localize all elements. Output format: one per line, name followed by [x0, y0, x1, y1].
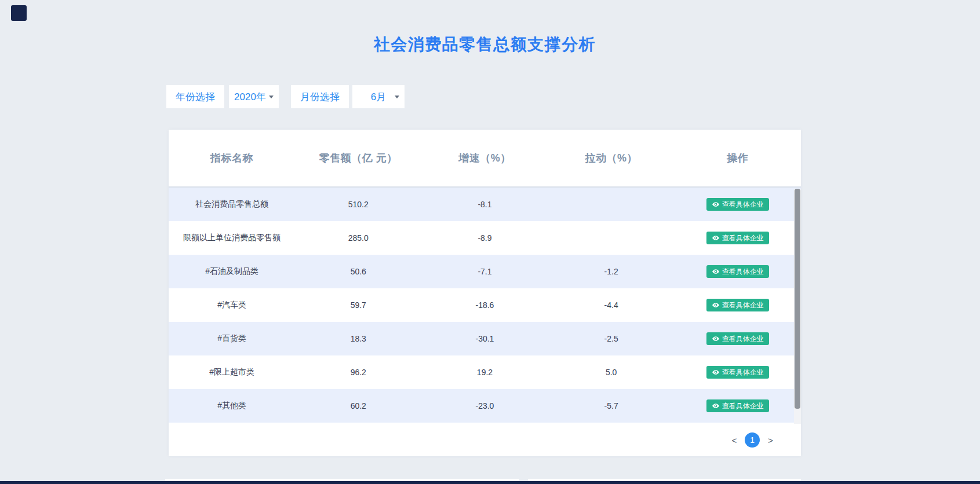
table-row: #石油及制品类 50.6 -7.1 -1.2 查看具体企业 — [169, 255, 801, 288]
view-company-button[interactable]: 查看具体企业 — [706, 399, 769, 412]
year-select-value: 2020年 — [234, 90, 266, 104]
table-header-row: 指标名称 零售额（亿 元） 增速（%） 拉动（%） 操作 — [169, 130, 801, 188]
table-row: #百货类 18.3 -30.1 -2.5 查看具体企业 — [169, 322, 801, 355]
cell-retail: 285.0 — [295, 233, 421, 243]
month-filter-label: 月份选择 — [291, 85, 349, 108]
cell-retail: 60.2 — [295, 401, 421, 410]
prev-page-button[interactable]: < — [731, 435, 737, 445]
cell-pull: -4.4 — [548, 300, 675, 310]
table-footer: < 1 > — [169, 424, 801, 456]
eye-icon — [712, 301, 720, 309]
view-company-button[interactable]: 查看具体企业 — [706, 265, 769, 278]
column-header-retail: 零售额（亿 元） — [295, 151, 421, 165]
cell-retail: 59.7 — [295, 300, 421, 310]
cell-action: 查看具体企业 — [675, 366, 801, 379]
cell-retail: 18.3 — [295, 334, 421, 343]
cell-indicator: #汽车类 — [169, 300, 295, 310]
cell-growth: -23.0 — [421, 401, 548, 410]
cell-retail: 510.2 — [295, 200, 421, 209]
data-table-card: 指标名称 零售额（亿 元） 增速（%） 拉动（%） 操作 社会消费品零售总额 5… — [169, 130, 801, 456]
cell-growth: -30.1 — [421, 334, 548, 343]
table-row: 限额以上单位消费品零售额 285.0 -8.9 查看具体企业 — [169, 221, 801, 255]
next-page-button[interactable]: > — [768, 435, 773, 445]
column-header-indicator: 指标名称 — [169, 151, 295, 165]
table-scrollbar[interactable] — [794, 189, 801, 424]
eye-icon — [712, 267, 720, 276]
page-title: 社会消费品零售总额支撑分析 — [169, 34, 801, 56]
year-filter-label: 年份选择 — [166, 85, 224, 108]
cell-indicator: #百货类 — [169, 333, 295, 344]
table-row: #汽车类 59.7 -18.6 -4.4 查看具体企业 — [169, 288, 801, 322]
cell-action: 查看具体企业 — [675, 232, 801, 244]
table-row: 社会消费品零售总额 510.2 -8.1 查看具体企业 — [169, 188, 801, 221]
view-company-button-label: 查看具体企业 — [722, 234, 764, 241]
cell-indicator: 限额以上单位消费品零售额 — [169, 233, 295, 243]
chevron-down-icon — [395, 96, 399, 98]
view-company-button[interactable]: 查看具体企业 — [706, 198, 769, 211]
top-left-corner-decoration — [11, 5, 27, 21]
eye-icon — [712, 368, 720, 376]
eye-icon — [712, 402, 720, 410]
column-header-growth: 增速（%） — [421, 151, 548, 165]
column-header-action: 操作 — [675, 151, 801, 165]
view-company-button-label: 查看具体企业 — [722, 268, 764, 275]
cell-indicator: 社会消费品零售总额 — [169, 199, 295, 210]
cell-growth: -8.9 — [421, 233, 548, 243]
view-company-button[interactable]: 查看具体企业 — [706, 299, 769, 311]
cell-pull: -1.2 — [548, 267, 675, 276]
view-company-button-label: 查看具体企业 — [722, 369, 764, 376]
eye-icon — [712, 234, 720, 242]
current-page-button[interactable]: 1 — [745, 432, 760, 448]
view-company-button[interactable]: 查看具体企业 — [706, 232, 769, 244]
table-body: 社会消费品零售总额 510.2 -8.1 查看具体企业 限额以上单位消费品零售额… — [169, 188, 801, 423]
month-select[interactable]: 6月 — [352, 85, 405, 108]
cell-pull: 5.0 — [548, 368, 675, 377]
cell-action: 查看具体企业 — [675, 198, 801, 211]
cell-action: 查看具体企业 — [675, 299, 801, 311]
view-company-button-label: 查看具体企业 — [722, 302, 764, 309]
cell-growth: -8.1 — [421, 200, 548, 209]
cell-pull: -2.5 — [548, 334, 675, 343]
table-row: #其他类 60.2 -23.0 -5.7 查看具体企业 — [169, 389, 801, 423]
pagination: < 1 > — [731, 432, 773, 448]
view-company-button-label: 查看具体企业 — [722, 201, 764, 208]
year-select[interactable]: 2020年 — [229, 85, 279, 108]
view-company-button-label: 查看具体企业 — [722, 402, 764, 409]
view-company-button-label: 查看具体企业 — [722, 335, 764, 342]
month-select-value: 6月 — [371, 90, 386, 104]
cell-action: 查看具体企业 — [675, 265, 801, 278]
cell-retail: 50.6 — [295, 267, 421, 276]
cell-growth: 19.2 — [421, 368, 548, 377]
cell-indicator: #其他类 — [169, 401, 295, 411]
scrollbar-thumb[interactable] — [795, 189, 800, 409]
table-row: #限上超市类 96.2 19.2 5.0 查看具体企业 — [169, 355, 801, 389]
view-company-button[interactable]: 查看具体企业 — [706, 332, 769, 345]
cell-growth: -7.1 — [421, 267, 548, 276]
cell-growth: -18.6 — [421, 300, 548, 310]
cell-indicator: #限上超市类 — [169, 367, 295, 377]
eye-icon — [712, 200, 720, 208]
cell-action: 查看具体企业 — [675, 399, 801, 412]
view-company-button[interactable]: 查看具体企业 — [706, 366, 769, 379]
eye-icon — [712, 335, 720, 343]
chevron-down-icon — [269, 96, 274, 98]
cell-action: 查看具体企业 — [675, 332, 801, 345]
cell-retail: 96.2 — [295, 368, 421, 377]
cell-pull: -5.7 — [548, 401, 675, 410]
cell-indicator: #石油及制品类 — [169, 266, 295, 277]
bottom-edge-bar — [0, 481, 980, 484]
column-header-pull: 拉动（%） — [548, 151, 675, 165]
